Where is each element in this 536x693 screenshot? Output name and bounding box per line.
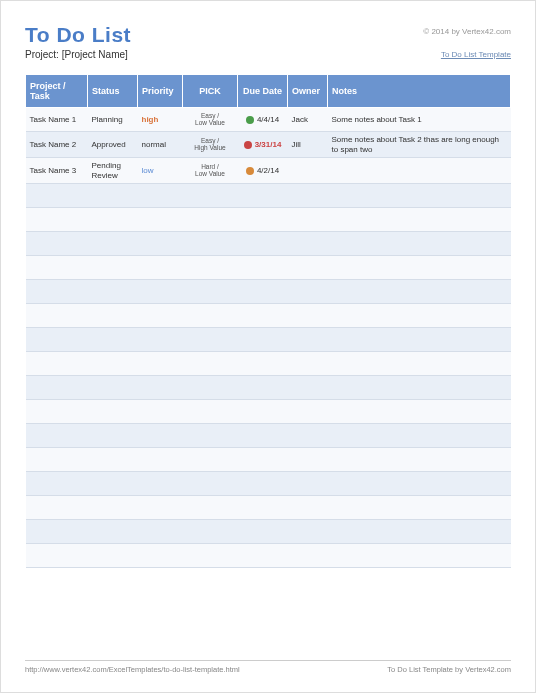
table-header-row: Project / Task Status Priority PICK Due … [26, 75, 511, 108]
cell-notes[interactable] [328, 158, 511, 184]
cell-task[interactable]: Task Name 2 [26, 132, 88, 158]
col-header-pick: PICK [183, 75, 238, 108]
cell-priority[interactable]: low [138, 158, 183, 184]
status-dot-icon [246, 167, 254, 175]
cell-notes[interactable]: Some notes about Task 2 thas are long en… [328, 132, 511, 158]
table-row-empty[interactable] [26, 376, 511, 400]
table-row-empty[interactable] [26, 448, 511, 472]
header: To Do List © 2014 by Vertex42.com [25, 23, 511, 47]
table-body: Task Name 1PlanninghighEasy /Low Value4/… [26, 108, 511, 568]
table-row-empty[interactable] [26, 424, 511, 448]
template-link[interactable]: To Do List Template [441, 50, 511, 59]
todo-table: Project / Task Status Priority PICK Due … [25, 74, 511, 568]
table-row-empty[interactable] [26, 352, 511, 376]
copyright-text: © 2014 by Vertex42.com [423, 23, 511, 36]
footer-url: http://www.vertex42.com/ExcelTemplates/t… [25, 665, 240, 674]
cell-priority[interactable]: high [138, 108, 183, 132]
col-header-notes: Notes [328, 75, 511, 108]
table-row-empty[interactable] [26, 496, 511, 520]
table-row-empty[interactable] [26, 544, 511, 568]
table-row-empty[interactable] [26, 328, 511, 352]
col-header-due: Due Date [238, 75, 288, 108]
table-row-empty[interactable] [26, 256, 511, 280]
page-title: To Do List [25, 23, 131, 47]
col-header-owner: Owner [288, 75, 328, 108]
cell-task[interactable]: Task Name 3 [26, 158, 88, 184]
project-label: Project: [Project Name] [25, 49, 128, 60]
cell-pick[interactable]: Easy /High Value [183, 132, 238, 158]
footer-credit: To Do List Template by Vertex42.com [387, 665, 511, 674]
cell-status[interactable]: Pending Review [88, 158, 138, 184]
table-row-empty[interactable] [26, 232, 511, 256]
table-row[interactable]: Task Name 2ApprovednormalEasy /High Valu… [26, 132, 511, 158]
cell-owner[interactable] [288, 158, 328, 184]
table-row-empty[interactable] [26, 400, 511, 424]
table-row-empty[interactable] [26, 472, 511, 496]
footer: http://www.vertex42.com/ExcelTemplates/t… [25, 660, 511, 674]
col-header-task: Project / Task [26, 75, 88, 108]
subheader: Project: [Project Name] To Do List Templ… [25, 49, 511, 60]
table-row-empty[interactable] [26, 520, 511, 544]
table-row-empty[interactable] [26, 208, 511, 232]
status-dot-icon [246, 116, 254, 124]
cell-owner[interactable]: Jack [288, 108, 328, 132]
table-row-empty[interactable] [26, 304, 511, 328]
col-header-status: Status [88, 75, 138, 108]
col-header-priority: Priority [138, 75, 183, 108]
table-row[interactable]: Task Name 1PlanninghighEasy /Low Value4/… [26, 108, 511, 132]
cell-notes[interactable]: Some notes about Task 1 [328, 108, 511, 132]
table-row[interactable]: Task Name 3Pending ReviewlowHard /Low Va… [26, 158, 511, 184]
cell-due[interactable]: 3/31/14 [238, 132, 288, 158]
table-row-empty[interactable] [26, 184, 511, 208]
cell-task[interactable]: Task Name 1 [26, 108, 88, 132]
cell-owner[interactable]: Jill [288, 132, 328, 158]
cell-status[interactable]: Planning [88, 108, 138, 132]
cell-pick[interactable]: Hard /Low Value [183, 158, 238, 184]
cell-due[interactable]: 4/4/14 [238, 108, 288, 132]
table-row-empty[interactable] [26, 280, 511, 304]
cell-priority[interactable]: normal [138, 132, 183, 158]
cell-pick[interactable]: Easy /Low Value [183, 108, 238, 132]
status-dot-icon [244, 141, 252, 149]
cell-status[interactable]: Approved [88, 132, 138, 158]
cell-due[interactable]: 4/2/14 [238, 158, 288, 184]
